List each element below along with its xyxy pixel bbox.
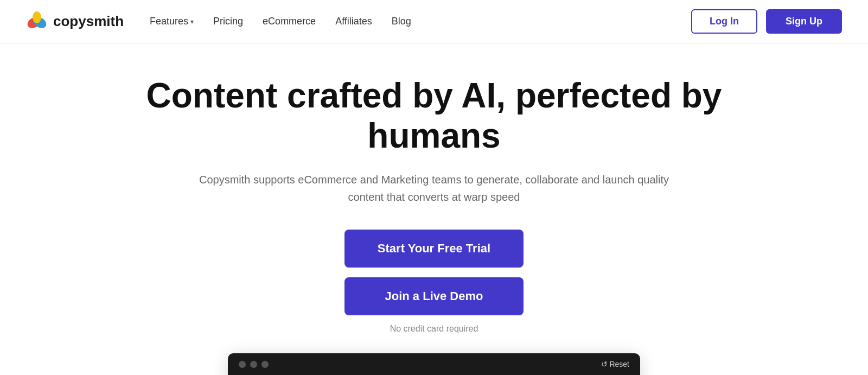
no-credit-text: No credit card required (390, 324, 478, 334)
logo-text: copysmith (53, 13, 124, 30)
join-demo-button[interactable]: Join a Live Demo (344, 277, 524, 315)
hero-title: Content crafted by AI, perfected by huma… (108, 76, 760, 156)
dot-3 (261, 361, 269, 368)
header-right: Log In Sign Up (691, 9, 842, 34)
cta-group: Start Your Free Trial Join a Live Demo (344, 230, 524, 315)
demo-widget: ↺ Reset New Google Ad / Candlesmith 2021… (228, 353, 640, 375)
header: copysmith Features ▾ Pricing eCommerce A… (0, 0, 868, 43)
header-left: copysmith Features ▾ Pricing eCommerce A… (26, 11, 411, 33)
nav-pricing[interactable]: Pricing (213, 16, 243, 27)
svg-point-2 (33, 11, 41, 23)
nav-blog[interactable]: Blog (392, 16, 411, 27)
hero-section: Content crafted by AI, perfected by huma… (0, 43, 868, 375)
logo[interactable]: copysmith (26, 11, 124, 33)
login-button[interactable]: Log In (691, 9, 757, 34)
demo-titlebar: ↺ Reset (228, 353, 640, 375)
chevron-down-icon: ▾ (190, 18, 194, 26)
logo-icon (26, 11, 48, 33)
dot-1 (239, 361, 246, 368)
demo-window-dots (239, 361, 269, 368)
start-trial-button[interactable]: Start Your Free Trial (344, 230, 524, 268)
hero-subtitle: Copysmith supports eCommerce and Marketi… (190, 171, 678, 206)
nav-ecommerce[interactable]: eCommerce (263, 16, 316, 27)
nav-affiliates[interactable]: Affiliates (335, 16, 372, 27)
main-nav: Features ▾ Pricing eCommerce Affiliates … (150, 16, 411, 27)
signup-button[interactable]: Sign Up (766, 9, 842, 34)
demo-reset-button[interactable]: ↺ Reset (601, 360, 629, 368)
nav-features[interactable]: Features ▾ (150, 16, 194, 27)
dot-2 (250, 361, 257, 368)
